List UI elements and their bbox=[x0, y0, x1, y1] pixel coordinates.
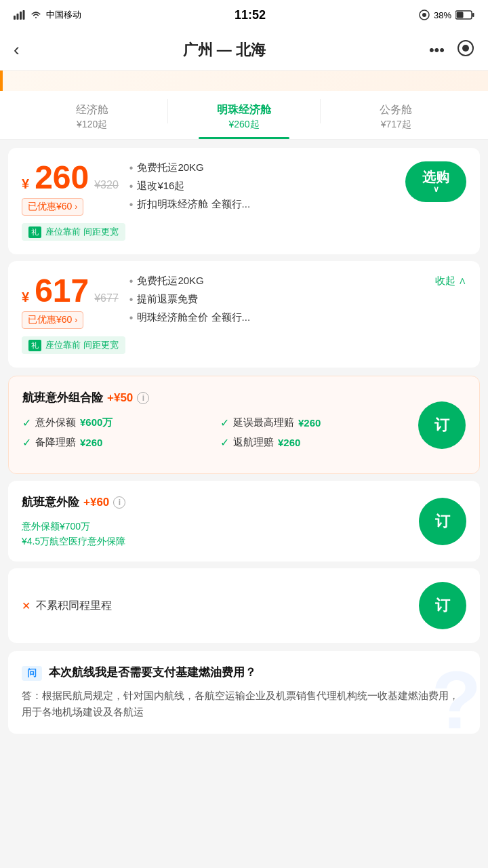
insurance-combo-info-icon[interactable]: i bbox=[137, 392, 149, 404]
no-miles-row: ✕ 不累积同程里程 订 bbox=[22, 582, 466, 629]
cross-icon: ✕ bbox=[22, 599, 30, 612]
status-bar: 中国移动 11:52 38% bbox=[0, 0, 488, 30]
order-button-combo[interactable]: 订 bbox=[418, 401, 466, 449]
price-symbol-2: ¥ bbox=[22, 290, 29, 305]
price-card-1: ¥ 260 ¥320 已优惠¥60 › 免费托运20KG 退改¥16起 折扣明珠… bbox=[8, 148, 480, 254]
select-arrow-1: ∨ bbox=[433, 185, 439, 193]
combo-item-2: ✓ 备降理赔 ¥260 bbox=[22, 436, 220, 449]
insurance-combo-card: 航班意外组合险 +¥50 i ✓ 意外保额 ¥600万 ✓ 延误最高理赔 ¥26… bbox=[8, 376, 480, 474]
battery-percent: 38% bbox=[434, 10, 451, 20]
check-icon-3: ✓ bbox=[220, 436, 229, 449]
insurance-desc1: 意外保额¥700万 bbox=[22, 521, 419, 533]
svg-point-5 bbox=[422, 13, 426, 17]
no-miles-card: ✕ 不累积同程里程 订 bbox=[8, 568, 480, 643]
faq-card: 问 本次航线我是否需要支付基建燃油费用？ 答：根据民航局规定，针对国内航线，各航… bbox=[8, 651, 480, 734]
insurance-combo-grid: ✓ 意外保额 ¥600万 ✓ 延误最高理赔 ¥260 ✓ 备降理赔 ¥260 ✓… bbox=[22, 416, 418, 449]
price-info-1: ¥ 260 ¥320 已优惠¥60 › bbox=[22, 161, 119, 216]
discount-arrow-2: › bbox=[75, 315, 77, 325]
discount-badge-2[interactable]: 已优惠¥60 › bbox=[22, 311, 83, 329]
insurance-desc2: ¥4.5万航空医疗意外保障 bbox=[22, 536, 419, 548]
feature-1-2: 折扣明珠经济舱 全额行... bbox=[129, 198, 394, 211]
discount-arrow-1: › bbox=[75, 202, 77, 212]
price-symbol-1: ¥ bbox=[22, 176, 29, 192]
price-original-2: ¥677 bbox=[94, 292, 119, 304]
carrier-name: 中国移动 bbox=[46, 9, 81, 21]
combo-item-3: ✓ 返航理赔 ¥260 bbox=[220, 436, 418, 449]
svg-point-10 bbox=[462, 45, 469, 52]
battery-icon bbox=[455, 10, 474, 20]
collapse-button-2[interactable]: 收起 ∧ bbox=[435, 275, 466, 288]
price-value-2: 617 bbox=[35, 275, 89, 307]
price-value-1: 260 bbox=[35, 161, 89, 194]
insurance-single-title: 航班意外险 +¥60 i bbox=[22, 494, 419, 510]
feature-2-1: 提前退票免费 bbox=[129, 293, 424, 306]
faq-question-text: 本次航线我是否需要支付基建燃油费用？ bbox=[49, 665, 256, 681]
page-title: 广州 — 北海 bbox=[183, 40, 266, 60]
price-row-2: ¥ 617 ¥677 已优惠¥60 › 免费托运20KG 提前退票免费 明珠经济… bbox=[22, 275, 466, 330]
seat-tag-2: 礼 座位靠前 间距更宽 bbox=[22, 336, 125, 354]
insurance-combo-row: 航班意外组合险 +¥50 i ✓ 意外保额 ¥600万 ✓ 延误最高理赔 ¥26… bbox=[22, 390, 466, 460]
feature-2-2: 明珠经济舱全价 全额行... bbox=[129, 311, 424, 324]
status-carrier: 中国移动 bbox=[14, 9, 81, 21]
insurance-single-row: 航班意外险 +¥60 i 意外保额¥700万 ¥4.5万航空医疗意外保障 订 bbox=[22, 494, 466, 548]
discount-badge-1[interactable]: 已优惠¥60 › bbox=[22, 198, 83, 216]
combo-item-0: ✓ 意外保额 ¥600万 bbox=[22, 416, 220, 429]
svg-rect-1 bbox=[17, 14, 19, 20]
price-original-1: ¥320 bbox=[94, 179, 119, 191]
back-button[interactable]: ‹ bbox=[14, 39, 20, 60]
features-list-2: 免费托运20KG 提前退票免费 明珠经济舱全价 全额行... bbox=[119, 275, 435, 330]
insurance-single-info: 航班意外险 +¥60 i 意外保额¥700万 ¥4.5万航空医疗意外保障 bbox=[22, 494, 419, 548]
li-badge-2: 礼 bbox=[28, 340, 41, 351]
insurance-single-card: 航班意外险 +¥60 i 意外保额¥700万 ¥4.5万航空医疗意外保障 订 bbox=[8, 481, 480, 561]
faq-wrap: 问 本次航线我是否需要支付基建燃油费用？ 答：根据民航局规定，针对国内航线，各航… bbox=[0, 643, 488, 734]
more-button[interactable]: ••• bbox=[429, 41, 445, 59]
banner-hint bbox=[0, 71, 488, 91]
feature-1-1: 退改¥16起 bbox=[129, 180, 394, 193]
insurance-single-info-icon[interactable]: i bbox=[113, 496, 125, 509]
no-miles-text: ✕ 不累积同程里程 bbox=[22, 599, 112, 613]
tab-business[interactable]: 公务舱 ¥717起 bbox=[321, 103, 472, 139]
combo-item-1: ✓ 延误最高理赔 ¥260 bbox=[220, 416, 418, 429]
order-button-miles[interactable]: 订 bbox=[419, 582, 466, 629]
price-card-2: ¥ 617 ¥677 已优惠¥60 › 免费托运20KG 提前退票免费 明珠经济… bbox=[8, 261, 480, 368]
tabs-bar: 经济舱 ¥120起 明珠经济舱 ¥260起 公务舱 ¥717起 bbox=[0, 91, 488, 140]
select-button-1[interactable]: 选购 ∨ bbox=[405, 161, 466, 202]
svg-rect-7 bbox=[472, 13, 474, 17]
features-list-1: 免费托运20KG 退改¥16起 折扣明珠经济舱 全额行... bbox=[119, 161, 405, 216]
check-icon-2: ✓ bbox=[22, 436, 31, 449]
svg-rect-8 bbox=[456, 12, 463, 18]
faq-badge: 问 bbox=[22, 666, 42, 681]
feature-2-0: 免费托运20KG bbox=[129, 275, 424, 288]
faq-question-row: 问 本次航线我是否需要支付基建燃油费用？ bbox=[22, 665, 466, 681]
li-badge-1: 礼 bbox=[28, 226, 41, 238]
record-button[interactable] bbox=[457, 39, 474, 61]
check-icon-1: ✓ bbox=[220, 416, 229, 429]
signal-icon bbox=[14, 10, 26, 20]
nav-actions: ••• bbox=[429, 39, 474, 61]
feature-1-0: 免费托运20KG bbox=[129, 161, 394, 174]
insurance-combo-info: 航班意外组合险 +¥50 i ✓ 意外保额 ¥600万 ✓ 延误最高理赔 ¥26… bbox=[22, 390, 418, 460]
insurance-combo-title: 航班意外组合险 +¥50 i bbox=[22, 390, 418, 406]
svg-rect-3 bbox=[23, 10, 25, 20]
check-icon-0: ✓ bbox=[22, 416, 31, 429]
price-info-2: ¥ 617 ¥677 已优惠¥60 › bbox=[22, 275, 119, 329]
status-time: 11:52 bbox=[235, 8, 266, 22]
seat-tag-1: 礼 座位靠前 间距更宽 bbox=[22, 223, 125, 241]
order-button-single[interactable]: 订 bbox=[419, 498, 466, 545]
status-battery-area: 38% bbox=[419, 9, 474, 20]
price-main-2: ¥ 617 ¥677 bbox=[22, 275, 119, 307]
location-lock-icon bbox=[419, 9, 430, 20]
price-main-1: ¥ 260 ¥320 bbox=[22, 161, 119, 194]
price-row-1: ¥ 260 ¥320 已优惠¥60 › 免费托运20KG 退改¥16起 折扣明珠… bbox=[22, 161, 466, 216]
svg-rect-0 bbox=[14, 16, 16, 20]
faq-answer-text: 答：根据民航局规定，针对国内航线，各航空运输企业及机票销售代理机构统一收基建燃油… bbox=[22, 688, 466, 720]
tab-economy[interactable]: 经济舱 ¥120起 bbox=[16, 103, 167, 139]
tab-pearl[interactable]: 明珠经济舱 ¥260起 bbox=[168, 103, 319, 139]
svg-rect-2 bbox=[20, 12, 22, 20]
wifi-icon bbox=[30, 10, 42, 20]
nav-bar: ‹ 广州 — 北海 ••• bbox=[0, 30, 488, 71]
